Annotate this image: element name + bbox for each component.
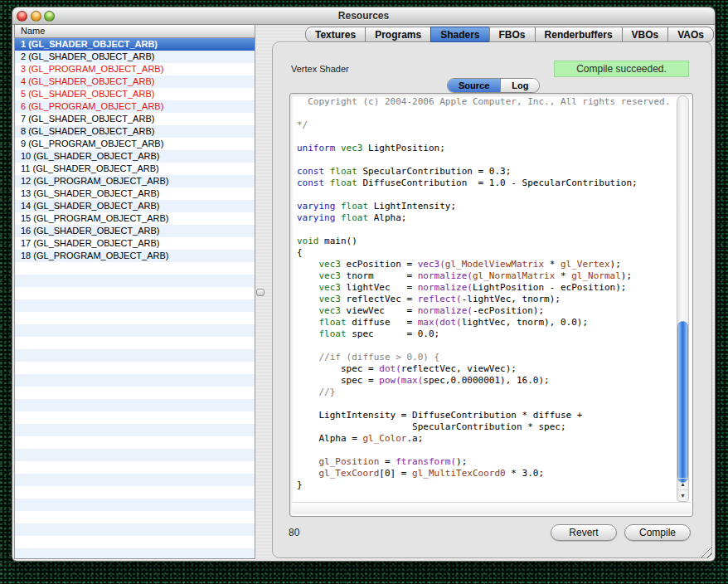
shader-type-label: Vertex Shader [291,64,349,74]
code-line [297,131,674,143]
resources-window: Resources Name 1 (GL_SHADER_OBJECT_ARB)2… [12,7,716,562]
code-line: Alpha = gl_Color.a; [297,433,674,445]
scroll-up-arrow-icon[interactable]: ▲ [677,478,688,489]
list-item[interactable]: 7 (GL_SHADER_OBJECT_ARB) [15,113,255,125]
resource-tab-bar: TexturesProgramsShadersFBOsRenderbuffers… [305,27,714,42]
code-line [297,398,674,410]
code-line: vec3 viewVec = normalize(-ecPosition); [297,305,674,317]
view-tab-source[interactable]: Source [448,79,500,92]
list-item[interactable]: 18 (GL_PROGRAM_OBJECT_ARB) [15,250,255,262]
compile-button[interactable]: Compile [624,524,691,541]
window-title: Resources [338,10,389,22]
resource-list: 1 (GL_SHADER_OBJECT_ARB)2 (GL_SHADER_OBJ… [15,38,255,262]
code-line: float spec = 0.0; [297,328,674,340]
tab-textures[interactable]: Textures [305,27,366,42]
shader-source-code[interactable]: Copyright (c) 2004-2006 Apple Computer, … [297,96,674,501]
list-item[interactable]: 4 (GL_SHADER_OBJECT_ARB) [15,75,255,88]
source-log-segmented-control: SourceLog [447,78,540,93]
code-line: vec3 tnorm = normalize(gl_NormalMatrix *… [297,270,674,282]
list-item[interactable]: 1 (GL_SHADER_OBJECT_ARB) [15,38,255,51]
vertical-scrollbar-thumb[interactable] [677,321,688,483]
resource-list-pane: Name 1 (GL_SHADER_OBJECT_ARB)2 (GL_SHADE… [14,25,255,559]
list-item[interactable]: 16 (GL_SHADER_OBJECT_ARB) [15,225,255,237]
list-item[interactable]: 9 (GL_PROGRAM_OBJECT_ARB) [15,138,255,150]
window-titlebar[interactable]: Resources [12,7,715,25]
tab-programs[interactable]: Programs [365,27,431,42]
list-item[interactable]: 6 (GL_PROGRAM_OBJECT_ARB) [15,100,255,113]
code-line: const float SpecularContribution = 0.3; [297,166,674,178]
scroll-down-arrow-icon[interactable]: ▼ [677,489,688,501]
list-item[interactable]: 12 (GL_PROGRAM_OBJECT_ARB) [15,175,255,187]
list-item[interactable]: 2 (GL_SHADER_OBJECT_ARB) [15,51,255,63]
code-line: gl_Position = ftransform(); [297,456,674,468]
list-item[interactable]: 13 (GL_SHADER_OBJECT_ARB) [15,187,255,200]
list-header-name[interactable]: Name [15,25,255,38]
code-line: Copyright (c) 2004-2006 Apple Computer, … [297,96,674,108]
list-item[interactable]: 3 (GL_PROGRAM_OBJECT_ARB) [15,63,255,75]
code-line: vec3 lightVec = normalize(LightPosition … [297,282,674,294]
compile-status-badge: Compile succeeded. [554,61,689,77]
desktop-background: Resources Name 1 (GL_SHADER_OBJECT_ARB)2… [0,0,728,584]
tab-vaos[interactable]: VAOs [667,27,714,42]
code-line [297,445,674,456]
code-line: void main() [297,236,674,247]
list-item[interactable]: 8 (GL_SHADER_OBJECT_ARB) [15,125,255,138]
list-item[interactable]: 10 (GL_SHADER_OBJECT_ARB) [15,150,255,163]
code-line: { [297,247,674,259]
shader-source-editor[interactable]: Copyright (c) 2004-2006 Apple Computer, … [289,93,693,517]
code-line: float diffuse = max(dot(lightVec, tnorm)… [297,317,674,328]
code-line [297,224,674,236]
tab-fbos[interactable]: FBOs [489,27,536,42]
code-line: varying float Alpha; [297,212,674,224]
splitter-handle[interactable] [256,289,265,296]
code-line: const float DiffuseContribution = 1.0 - … [297,178,674,189]
list-item[interactable]: 11 (GL_SHADER_OBJECT_ARB) [15,163,255,175]
status-count: 80 [289,527,299,538]
code-line: spec = dot(reflectVec, viewVec); [297,363,674,375]
zoom-button[interactable] [44,11,55,22]
code-line: SpecularContribution * spec; [297,421,674,433]
horizontal-scrollbar[interactable] [292,502,691,514]
vertical-scrollbar[interactable]: ▲ ▼ [677,95,689,502]
code-line: } [297,479,674,491]
code-line [297,154,674,166]
code-line [297,108,674,119]
code-line: gl_TexCoord[0] = gl_MultiTexCoord0 * 3.0… [297,468,674,479]
tab-vbos[interactable]: VBOs [622,27,669,42]
code-line: //} [297,387,674,398]
close-button[interactable] [17,11,27,22]
list-item[interactable]: 5 (GL_SHADER_OBJECT_ARB) [15,88,255,100]
code-line: spec = pow(max(spec,0.0000001), 16.0); [297,375,674,387]
view-tab-log[interactable]: Log [500,79,539,92]
code-line: LightIntensity = DiffuseContribution * d… [297,410,674,421]
list-item[interactable]: 15 (GL_PROGRAM_OBJECT_ARB) [15,212,255,225]
list-item[interactable]: 14 (GL_SHADER_OBJECT_ARB) [15,200,255,212]
shaders-panel: Vertex Shader Compile succeeded. SourceL… [272,41,712,558]
code-line [297,340,674,352]
minimize-button[interactable] [31,11,41,22]
code-line: //if (diffuse > 0.0) { [297,352,674,363]
list-empty-stripes [15,262,255,558]
code-line: vec3 ecPosition = vec3(gl_ModelViewMatri… [297,259,674,270]
code-line: vec3 reflectVec = reflect(-lightVec, tno… [297,294,674,305]
list-item[interactable]: 17 (GL_SHADER_OBJECT_ARB) [15,237,255,250]
code-line [297,189,674,201]
code-line: varying float LightIntensity; [297,201,674,212]
revert-button[interactable]: Revert [551,524,617,541]
code-line: uniform vec3 LightPosition; [297,143,674,154]
code-line: */ [297,119,674,131]
tab-shaders[interactable]: Shaders [430,27,489,42]
tab-renderbuffers[interactable]: Renderbuffers [535,27,623,42]
